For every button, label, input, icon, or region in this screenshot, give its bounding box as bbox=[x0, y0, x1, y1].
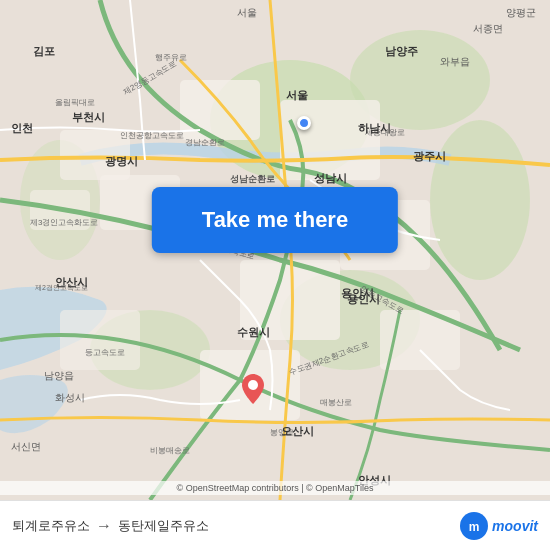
city-label-bucheon: 부천시 bbox=[72, 110, 105, 125]
svg-text:등고속도로: 등고속도로 bbox=[85, 348, 125, 357]
city-label-suwon: 수원시 bbox=[237, 325, 270, 340]
svg-point-3 bbox=[430, 120, 530, 280]
moovit-logo: m moovit bbox=[460, 512, 538, 540]
city-label-wabu: 와부읍 bbox=[440, 55, 470, 69]
svg-text:성남순환로: 성남순환로 bbox=[230, 174, 275, 184]
moovit-text: moovit bbox=[492, 518, 538, 534]
moovit-icon: m bbox=[460, 512, 488, 540]
city-label-gwangmyeong: 광명시 bbox=[105, 154, 138, 169]
svg-point-33 bbox=[248, 380, 258, 390]
take-me-there-button[interactable]: Take me there bbox=[152, 187, 398, 253]
svg-text:매봉산로: 매봉산로 bbox=[320, 398, 352, 407]
to-place-label: 동탄제일주유소 bbox=[118, 517, 209, 535]
map-container: 제2영동고속도로 제3경인고속화도로 제2경인고속도로 수도권제2순환고속도로 … bbox=[0, 0, 550, 550]
svg-text:행주유로: 행주유로 bbox=[155, 53, 187, 62]
city-label-seongnam: 성남시 bbox=[314, 171, 347, 186]
end-pin bbox=[242, 374, 264, 404]
from-place-label: 퇴계로주유소 bbox=[12, 517, 90, 535]
city-label-seocheon: 서울 bbox=[237, 6, 257, 20]
footer-route: 퇴계로주유소 → 동탄제일주유소 bbox=[12, 517, 460, 535]
svg-text:비봉매송로: 비봉매송로 bbox=[150, 446, 190, 455]
city-label-yongsan: 용안시 bbox=[341, 286, 374, 301]
svg-text:m: m bbox=[469, 520, 480, 534]
city-label-namyangju: 남양주 bbox=[385, 44, 418, 59]
city-label-gwangju: 광주시 bbox=[413, 149, 446, 164]
city-label-yangpyeong: 양평군 bbox=[506, 6, 536, 20]
svg-text:인천공항고속도로: 인천공항고속도로 bbox=[120, 131, 184, 140]
city-label-ansan: 안산시 bbox=[55, 275, 88, 290]
city-label-osan: 오산시 bbox=[281, 424, 314, 439]
city-label-seoshin: 서신면 bbox=[11, 440, 41, 454]
start-pin bbox=[297, 116, 311, 130]
map-attribution: © OpenStreetMap contributors | © OpenMap… bbox=[0, 481, 550, 495]
footer: 퇴계로주유소 → 동탄제일주유소 m moovit bbox=[0, 500, 550, 550]
svg-text:제3경인고속화도로: 제3경인고속화도로 bbox=[30, 218, 98, 227]
svg-text:경남순환로: 경남순환로 bbox=[185, 138, 225, 147]
city-label-seo: 서종면 bbox=[473, 22, 503, 36]
city-label-gimpo: 김포 bbox=[33, 44, 55, 59]
city-label-seoul: 서울 bbox=[286, 88, 308, 103]
city-label-hanam: 하남시 bbox=[358, 121, 391, 136]
city-label-incheon: 인천 bbox=[11, 121, 33, 136]
svg-text:올림픽대로: 올림픽대로 bbox=[55, 98, 95, 107]
city-label-namyang: 남양읍 bbox=[44, 369, 74, 383]
route-arrow: → bbox=[96, 517, 112, 535]
city-label-hwaseong: 화성시 bbox=[55, 391, 85, 405]
